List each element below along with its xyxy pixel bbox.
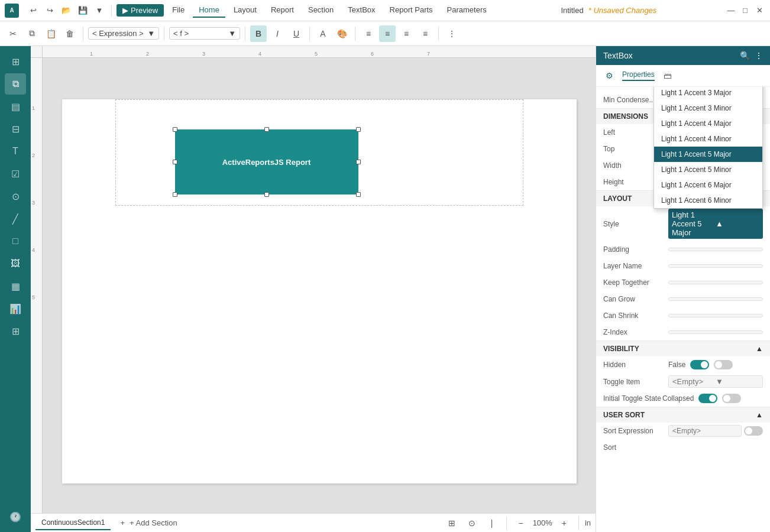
- handle-ml[interactable]: [173, 160, 177, 164]
- preview-button[interactable]: ▶ Preview: [117, 4, 164, 17]
- data-tab[interactable]: 🗃: [659, 67, 676, 84]
- menu-tab-file[interactable]: File: [166, 3, 190, 18]
- style-item-l1a4minor[interactable]: Light 1 Accent 4 Minor: [654, 131, 762, 147]
- sidebar-table-icon[interactable]: ⊟: [5, 118, 26, 140]
- align-justify-btn[interactable]: ≡: [417, 25, 433, 42]
- handle-tm[interactable]: [264, 127, 269, 132]
- menu-tab-report[interactable]: Report: [265, 3, 300, 18]
- open-btn[interactable]: 📂: [59, 4, 73, 18]
- expression-dropdown[interactable]: < Expression > ▼: [88, 27, 159, 40]
- layer-name-value[interactable]: [668, 264, 763, 268]
- page-canvas[interactable]: ActiveReportsJS Report: [43, 58, 596, 513]
- cut-btn[interactable]: ✂: [5, 25, 21, 42]
- handle-br[interactable]: [356, 192, 361, 197]
- sidebar-clock-icon[interactable]: 🕐: [5, 506, 26, 527]
- sidebar-home-icon[interactable]: ⊞: [5, 51, 26, 72]
- sidebar-crosstab-icon[interactable]: ⊞: [5, 320, 26, 342]
- prop-z-index: Z-Index: [596, 324, 770, 340]
- style-item-l1a3minor[interactable]: Light 1 Accent 3 Minor: [654, 100, 762, 116]
- ruler-toggle-btn[interactable]: |: [484, 515, 500, 531]
- sidebar-target-icon[interactable]: ⊙: [5, 186, 26, 207]
- panel-search-btn[interactable]: 🔍: [740, 51, 750, 60]
- undo-btn[interactable]: ↩: [26, 4, 40, 18]
- win-close-btn[interactable]: ✕: [753, 5, 765, 17]
- sidebar-barcode-icon[interactable]: ▦: [5, 275, 26, 297]
- sidebar-line-icon[interactable]: ╱: [5, 208, 26, 229]
- user-sort-section-header[interactable]: USER SORT ▲: [596, 407, 770, 423]
- sidebar-layers-icon[interactable]: ⧉: [5, 73, 26, 95]
- style-item-l1a6major[interactable]: Light 1 Accent 6 Major: [654, 177, 762, 193]
- padding-value[interactable]: [668, 248, 763, 251]
- zoom-out-btn[interactable]: −: [513, 515, 529, 531]
- style-item-l1a5minor[interactable]: Light 1 Accent 5 Minor: [654, 162, 762, 177]
- handle-bl[interactable]: [173, 192, 177, 197]
- textbox-element[interactable]: ActiveReportsJS Report: [175, 129, 358, 194]
- handle-mr[interactable]: [356, 160, 361, 164]
- menu-tab-parameters[interactable]: Parameters: [441, 3, 493, 18]
- initial-toggle-switch[interactable]: [698, 394, 717, 403]
- handle-tl[interactable]: [173, 127, 177, 132]
- add-section-btn[interactable]: + + Add Section: [120, 518, 177, 527]
- more-btn[interactable]: ⋮: [444, 25, 460, 42]
- section-tab[interactable]: ContinuousSection1: [35, 516, 111, 530]
- scroll-area[interactable]: 1 2 3 4 5 ActiveReportsJS Report: [31, 58, 596, 513]
- keep-together-value[interactable]: [668, 281, 763, 284]
- zoom-in-btn[interactable]: +: [556, 515, 572, 531]
- bottom-sep: [506, 516, 507, 530]
- sort-expression-toggle[interactable]: [744, 426, 763, 436]
- font-color-btn[interactable]: A: [315, 25, 331, 42]
- panel-more-btn[interactable]: ⋮: [755, 51, 763, 60]
- highlight-btn[interactable]: 🎨: [334, 25, 350, 42]
- initial-toggle-switch2[interactable]: [722, 394, 741, 403]
- delete-btn[interactable]: 🗑: [62, 25, 78, 42]
- style-dropdown-btn[interactable]: Light 1 Accent 5 Major ▲: [668, 209, 763, 239]
- hidden-toggle2[interactable]: [714, 360, 733, 369]
- z-index-value[interactable]: [668, 330, 763, 334]
- sidebar-text-icon[interactable]: T: [5, 141, 26, 162]
- win-max-btn[interactable]: □: [739, 5, 751, 17]
- italic-btn[interactable]: I: [269, 25, 286, 42]
- toolbar: ✂ ⧉ 📋 🗑 < Expression > ▼ < f > ▼ B I U A…: [0, 21, 770, 46]
- align-right-btn[interactable]: ≡: [398, 25, 415, 42]
- underline-btn[interactable]: U: [288, 25, 305, 42]
- can-grow-value[interactable]: [668, 297, 763, 301]
- sidebar-image-icon[interactable]: 🖼: [5, 253, 26, 274]
- redo-btn[interactable]: ↪: [43, 4, 57, 18]
- menu-tab-textbox[interactable]: TextBox: [342, 3, 381, 18]
- sidebar-chart-icon[interactable]: 📊: [5, 298, 26, 319]
- handle-bm[interactable]: [264, 192, 269, 197]
- handle-tr[interactable]: [356, 127, 361, 132]
- style-item-l1a3major[interactable]: Light 1 Accent 3 Major: [654, 87, 762, 100]
- sidebar-shape-icon[interactable]: □: [5, 231, 26, 252]
- paste-btn[interactable]: 📋: [43, 25, 59, 42]
- style-item-l1a6minor[interactable]: Light 1 Accent 6 Minor: [654, 193, 762, 208]
- menu-tab-home[interactable]: Home: [193, 3, 225, 18]
- style-dropdown-menu[interactable]: - Light 1 Accent 3 Major Light 1 Accent …: [653, 87, 763, 209]
- format-dropdown[interactable]: < f > ▼: [169, 27, 240, 40]
- toggle-item-select[interactable]: <Empty> ▼: [668, 375, 763, 388]
- hidden-toggle[interactable]: [690, 360, 709, 369]
- can-shrink-value[interactable]: [668, 314, 763, 317]
- style-item-l1a5major[interactable]: Light 1 Accent 5 Major Light 1 Ac...: [654, 147, 762, 162]
- menu-tab-report-parts[interactable]: Report Parts: [384, 3, 439, 18]
- snap-toggle-btn[interactable]: ⊙: [464, 515, 480, 531]
- hidden-value: False: [668, 361, 685, 369]
- sidebar-list-icon[interactable]: ▤: [5, 96, 26, 117]
- sidebar-checkbox-icon[interactable]: ☑: [5, 163, 26, 184]
- align-left-btn[interactable]: ≡: [360, 25, 377, 42]
- sort-expression-value[interactable]: <Empty>: [668, 425, 742, 437]
- copy-btn[interactable]: ⧉: [24, 25, 40, 42]
- properties-tab[interactable]: Properties: [622, 70, 655, 81]
- properties-settings-icon[interactable]: ⚙: [601, 67, 617, 84]
- bold-btn[interactable]: B: [250, 25, 267, 42]
- toolbar-sep-5: [355, 27, 355, 41]
- style-item-l1a4major[interactable]: Light 1 Accent 4 Major: [654, 116, 762, 131]
- save-dropdown-btn[interactable]: ▼: [92, 4, 106, 18]
- menu-tab-layout[interactable]: Layout: [228, 3, 263, 18]
- align-center-btn[interactable]: ≡: [379, 25, 396, 42]
- visibility-section-header[interactable]: VISIBILITY ▲: [596, 340, 770, 356]
- save-btn[interactable]: 💾: [76, 4, 90, 18]
- grid-toggle-btn[interactable]: ⊞: [444, 515, 460, 531]
- win-min-btn[interactable]: —: [725, 5, 737, 17]
- menu-tab-section[interactable]: Section: [302, 3, 339, 18]
